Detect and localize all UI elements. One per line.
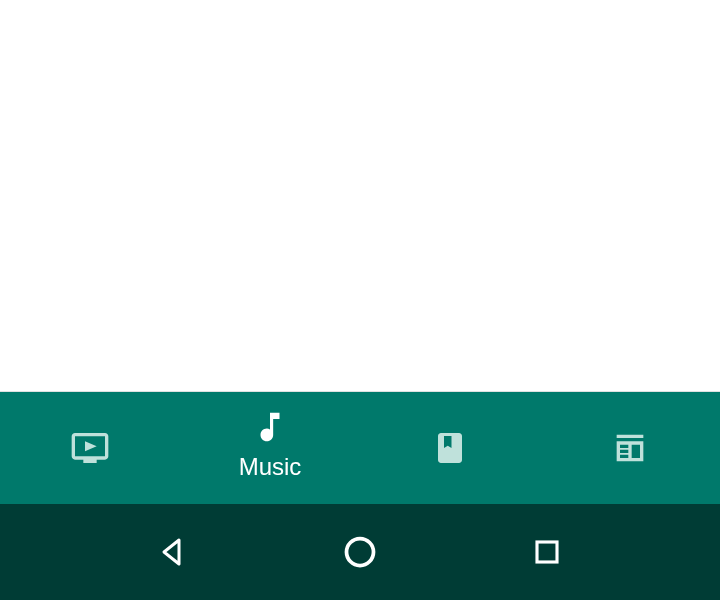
book-icon — [430, 428, 470, 468]
tab-music[interactable]: Music — [180, 392, 360, 504]
nav-back-button[interactable] — [80, 534, 267, 570]
svg-rect-1 — [537, 542, 557, 562]
android-system-nav — [0, 504, 720, 600]
nav-home-button[interactable] — [267, 534, 454, 570]
play-tv-icon — [70, 428, 110, 468]
nav-recent-button[interactable] — [453, 537, 640, 567]
tab-newsstand[interactable] — [540, 392, 720, 504]
tab-books[interactable] — [360, 392, 540, 504]
bottom-tab-bar: Music — [0, 392, 720, 504]
music-note-icon — [250, 407, 290, 447]
content-area — [0, 0, 720, 392]
tab-movies-tv[interactable] — [0, 392, 180, 504]
newspaper-icon — [610, 428, 650, 468]
svg-point-0 — [347, 539, 374, 566]
tab-music-label: Music — [239, 453, 302, 481]
